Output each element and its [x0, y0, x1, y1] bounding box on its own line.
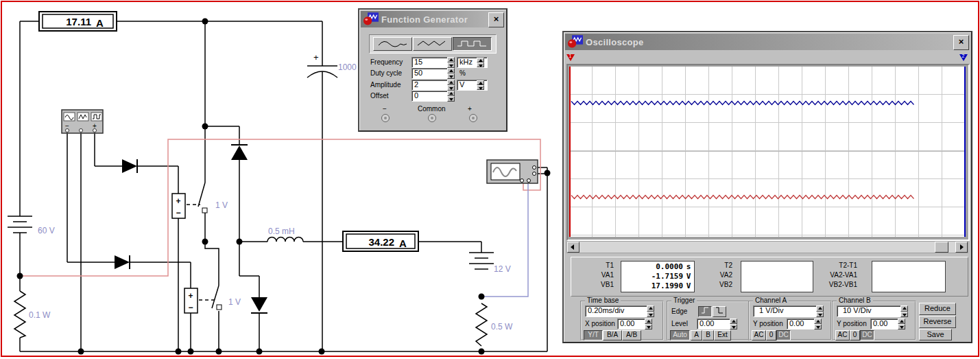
channel-a-group: Channel A 1 V/Div Y position 0.00 AC 0 D…	[748, 301, 832, 340]
square-wave-button[interactable]	[453, 37, 492, 51]
amplitude-spinner[interactable]	[447, 80, 455, 91]
offset-input[interactable]: 0	[411, 91, 451, 102]
channel-a-scale-spinner[interactable]	[816, 305, 824, 317]
va1-value: -1.7159	[621, 272, 683, 281]
readout-box-2	[741, 261, 813, 292]
ba-mode-button[interactable]: B/A	[603, 330, 622, 340]
reduce-button[interactable]: Reduce	[919, 303, 956, 315]
ammeter-2[interactable]: 34.22 A	[343, 231, 418, 251]
ammeter-1[interactable]: 17.11 A	[39, 12, 117, 31]
frequency-unit-spinner[interactable]	[477, 58, 484, 67]
diode-freewheel-down[interactable]	[251, 297, 267, 313]
ab-mode-button[interactable]: A/B	[622, 330, 641, 340]
reverse-button[interactable]: Reverse	[919, 316, 956, 328]
frequency-spinner[interactable]	[447, 57, 455, 68]
capacitor-label: 1000	[338, 62, 357, 72]
terminal-plus-label: +	[468, 105, 472, 113]
terminal-plus[interactable]	[469, 114, 477, 122]
falling-edge-button[interactable]	[713, 306, 726, 317]
resistor-0p5w[interactable]	[476, 303, 487, 346]
switch-1[interactable]: + −	[172, 183, 207, 218]
oscilloscope-window[interactable]: Oscilloscope × 1 2 T1VA1VB1 0.0000s -1.7…	[562, 31, 972, 343]
channel-a-dc-button[interactable]: DC	[776, 330, 791, 340]
amplitude-unit-spinner[interactable]	[477, 80, 484, 90]
level-spinner[interactable]	[730, 319, 737, 329]
triangle-wave-button[interactable]	[413, 37, 452, 51]
diode-freewheel-up[interactable]	[231, 145, 248, 160]
diode-bottom[interactable]	[115, 255, 130, 269]
save-button[interactable]: Save	[919, 329, 952, 340]
yt-mode-button[interactable]: Y/T	[584, 330, 603, 340]
readout-labels-1: T1VA1VB1	[581, 261, 614, 290]
battery-12v[interactable]	[469, 253, 494, 269]
switch-1-box-plus: +	[176, 196, 180, 206]
arrow-left-icon	[571, 244, 574, 250]
channel-b-dc-button[interactable]: DC	[860, 330, 874, 340]
channel-a-zero-button[interactable]: 0	[766, 330, 776, 340]
duty-cycle-input[interactable]: 50	[411, 68, 451, 79]
terminal-minus[interactable]	[381, 114, 390, 122]
rising-edge-button[interactable]	[698, 306, 712, 317]
cursor-2-marker[interactable]: 2	[959, 54, 968, 62]
cursor-1-line[interactable]	[569, 67, 571, 237]
resistor-0p1w[interactable]	[14, 291, 25, 338]
readout-labels-3: T2-T1VA2-VA1VB2-VB1	[822, 261, 857, 290]
duty-cycle-label: Duty cycle	[370, 69, 402, 77]
sine-wave-button[interactable]	[373, 37, 412, 51]
amplitude-label: Amplitude	[370, 81, 401, 89]
xposition-spinner[interactable]	[645, 319, 652, 329]
trigger-auto-button[interactable]: Auto	[670, 330, 690, 340]
channel-b-ypos-spinner[interactable]	[898, 319, 905, 329]
close-icon[interactable]: ×	[488, 12, 504, 27]
switch-1-box-minus: −	[176, 208, 180, 218]
oscilloscope-title: Oscilloscope	[586, 37, 644, 47]
channel-a-ypos-spinner[interactable]	[814, 319, 822, 329]
channel-a-ypos-field[interactable]: 0.00	[787, 319, 817, 329]
function-generator-window[interactable]: Function Generator × Frequency 15 kHz Du…	[358, 8, 507, 132]
xposition-field[interactable]: 0.00	[617, 319, 648, 329]
scroll-thumb[interactable]	[935, 242, 948, 253]
cursor-1-marker[interactable]: 1	[566, 54, 575, 62]
ammeter-2-value: 34.22	[368, 236, 394, 248]
ammeter-2-unit: A	[399, 238, 407, 249]
channel-b-scale-field[interactable]: 10 V/Div	[837, 305, 907, 317]
scope-display[interactable]	[569, 67, 966, 237]
function-generator-titlebar[interactable]: Function Generator	[361, 11, 505, 27]
switch-2[interactable]: + −	[184, 286, 222, 313]
oscilloscope-titlebar[interactable]: Oscilloscope	[565, 34, 970, 50]
channel-b-ac-button[interactable]: AC	[835, 330, 850, 340]
readout-box-1: 0.0000s -1.7159V 17.1990V	[621, 261, 695, 292]
frequency-input[interactable]: 15	[411, 57, 451, 68]
trigger-a-button[interactable]: A	[691, 330, 702, 340]
amplitude-input[interactable]: 2	[411, 80, 451, 91]
close-icon[interactable]: ×	[953, 35, 969, 50]
oscilloscope-icon[interactable]	[487, 160, 538, 183]
scroll-left-button[interactable]	[567, 242, 579, 253]
timebase-title: Time base	[585, 297, 621, 304]
diode-top[interactable]	[122, 159, 137, 173]
level-field[interactable]: 0.00	[697, 319, 733, 329]
readout-box-3	[872, 261, 946, 292]
channel-b-zero-button[interactable]: 0	[850, 330, 860, 340]
trigger-title: Trigger	[671, 297, 697, 304]
scope-scrollbar[interactable]	[566, 241, 968, 253]
trigger-b-button[interactable]: B	[702, 330, 714, 340]
timebase-scale-spinner[interactable]	[647, 305, 654, 317]
function-generator-icon[interactable]: − +	[62, 110, 103, 133]
battery-12v-label: 12 V	[494, 264, 511, 274]
channel-a-scale-field[interactable]: 1 V/Div	[753, 305, 823, 317]
offset-spinner[interactable]	[447, 91, 455, 102]
trigger-ext-button[interactable]: Ext	[714, 330, 731, 340]
duty-cycle-spinner[interactable]	[447, 68, 455, 79]
channel-b-scale-spinner[interactable]	[900, 305, 908, 317]
inductor-0p5mh[interactable]	[267, 238, 303, 242]
terminal-common[interactable]	[428, 114, 436, 122]
channel-b-ypos-field[interactable]: 0.00	[870, 319, 901, 329]
timebase-scale-field[interactable]: 0.20ms/div	[585, 305, 650, 317]
battery-60v[interactable]	[8, 216, 32, 233]
cursor-2-line[interactable]	[964, 67, 966, 237]
app-icon	[363, 12, 379, 26]
channel-a-ac-button[interactable]: AC	[752, 330, 766, 340]
scroll-right-button[interactable]	[955, 242, 968, 253]
wire-channel-b-blue	[481, 183, 528, 297]
